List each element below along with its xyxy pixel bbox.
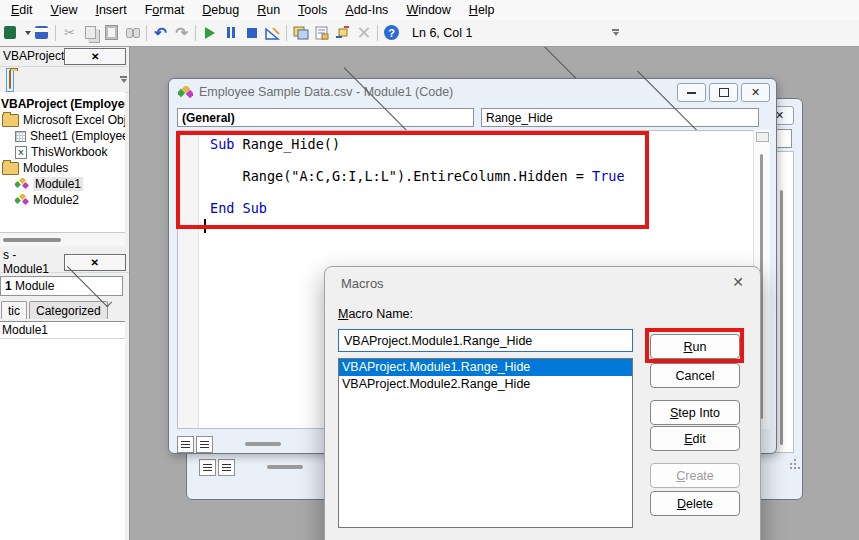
restore-icon (719, 88, 729, 97)
folder-icon (9, 70, 11, 89)
properties-panel-titlebar: s - Module1 ✕ (0, 252, 129, 273)
tree-item-module1[interactable]: Module1 (15, 176, 83, 192)
paste-button[interactable] (101, 22, 122, 43)
properties-window-button[interactable] (311, 22, 332, 43)
save-button[interactable] (31, 22, 52, 43)
cancel-button[interactable]: Cancel (650, 363, 740, 388)
scissors-icon: ✂ (64, 25, 75, 40)
run-sub-button[interactable] (199, 22, 220, 43)
code-text: Sub Range_Hide() Range("A:C,G:I,L:L").En… (210, 136, 625, 216)
edit-button[interactable]: Edit (650, 426, 740, 451)
macro-name-label: Macro Name: (338, 307, 413, 321)
project-panel-close-button[interactable]: ✕ (64, 48, 126, 65)
scrollbar-thumb[interactable] (245, 442, 281, 446)
project-tree-hscrollbar[interactable] (0, 233, 125, 246)
menu-format[interactable]: Format (136, 1, 194, 19)
text-cursor (204, 219, 206, 233)
find-button[interactable] (122, 22, 143, 43)
module-icon (15, 178, 29, 190)
run-button[interactable]: Run (650, 334, 740, 359)
scrollbar-button[interactable] (756, 132, 769, 142)
tree-item-module2[interactable]: Module2 (15, 192, 79, 208)
toolbar-separator (377, 25, 378, 41)
create-button[interactable]: Create (650, 463, 740, 488)
chevron-down-icon (121, 79, 127, 83)
macros-dialog[interactable]: Macros ✕ Macro Name: VBAProject.Module1.… (324, 266, 761, 540)
module-icon (15, 194, 29, 206)
menu-insert[interactable]: Insert (86, 1, 135, 19)
vba-editor-screen: { "menu_bar": { "items": [ {"pre":"","u"… (0, 0, 859, 540)
help-icon: ? (384, 25, 399, 40)
toolbox-icon (357, 26, 370, 39)
properties-object-dropdown[interactable]: 1 Module (0, 276, 123, 296)
project-explorer-icon (293, 26, 309, 40)
macro-list-item[interactable]: VBAProject.Module2.Range_Hide (339, 376, 632, 393)
break-button[interactable] (220, 22, 241, 43)
scrollbar-thumb[interactable] (780, 190, 783, 445)
binoculars-icon (126, 28, 140, 37)
tree-item-excel-objects[interactable]: Microsoft Excel Objects (2, 112, 125, 128)
project-panel-title: VBAProject (3, 49, 64, 63)
line-col-indicator: Ln 6, Col 1 (412, 26, 472, 40)
procedure-view-button[interactable] (177, 436, 194, 453)
property-row-name[interactable]: Module1 (0, 322, 125, 339)
minimize-window-button[interactable] (677, 83, 706, 102)
resize-grip[interactable] (790, 463, 792, 465)
full-module-view-button[interactable] (196, 436, 213, 453)
tab-categorized[interactable]: Categorized (29, 301, 108, 319)
toolbar-options-icon (613, 32, 619, 36)
menu-add-ins[interactable]: Add-Ins (336, 1, 397, 19)
reset-button[interactable] (241, 22, 262, 43)
toggle-folders-button[interactable] (6, 68, 14, 92)
delete-button[interactable]: Delete (650, 491, 740, 516)
project-toolbar-options-button[interactable] (120, 76, 127, 83)
macro-list-item-selected[interactable]: VBAProject.Module1.Range_Hide (339, 359, 632, 376)
restore-window-button[interactable] (709, 83, 738, 102)
procedure-dropdown[interactable]: Range_Hide (481, 108, 759, 127)
scrollbar-thumb[interactable] (267, 465, 303, 469)
menu-help[interactable]: Help (460, 1, 504, 19)
object-browser-button[interactable] (332, 22, 353, 43)
paste-icon (105, 25, 118, 40)
project-tree: VBAProject (Employee S Microsoft Excel O… (0, 92, 125, 233)
procedure-view-button[interactable] (199, 459, 216, 476)
object-browser-icon (335, 26, 350, 39)
tree-item-thisworkbook[interactable]: XThisWorkbook (15, 144, 107, 160)
design-mode-button[interactable] (262, 22, 283, 43)
project-panel-titlebar: VBAProject ✕ (0, 46, 129, 67)
help-button[interactable]: ? (381, 22, 402, 43)
menu-edit[interactable]: Edit (2, 1, 42, 19)
dialog-title: Macros (341, 276, 384, 291)
background-window-bottom-bar (199, 455, 303, 479)
object-dropdown[interactable]: (General) (177, 108, 474, 127)
properties-panel: s - Module1 ✕ 1 Module tic Categorized M… (0, 252, 130, 540)
tab-alphabetic[interactable]: tic (1, 301, 27, 319)
properties-grid: Module1 (0, 321, 125, 540)
view-excel-button[interactable] (2, 22, 23, 43)
project-explorer-button[interactable] (290, 22, 311, 43)
tree-item-sheet1[interactable]: Sheet1 (Employee S (15, 128, 125, 144)
tree-item-modules[interactable]: Modules (2, 160, 68, 176)
tree-item-vbaproject-root[interactable]: VBAProject (Employee S (1, 96, 125, 112)
run-icon (205, 27, 215, 39)
module-icon (178, 86, 193, 99)
dialog-close-button[interactable]: ✕ (732, 274, 744, 290)
toolbox-button[interactable] (353, 22, 374, 43)
close-window-button[interactable]: ✕ (741, 83, 770, 102)
full-module-view-button[interactable] (218, 459, 235, 476)
workbook-icon: X (15, 146, 27, 159)
redo-button[interactable]: ↷ (171, 22, 192, 43)
cut-button[interactable]: ✂ (59, 22, 80, 43)
undo-button[interactable]: ↶ (150, 22, 171, 43)
menu-window[interactable]: Window (397, 1, 459, 19)
copy-button[interactable] (80, 22, 101, 43)
menu-tools[interactable]: Tools (289, 1, 336, 19)
pause-icon (227, 27, 235, 38)
toolbar-options-button[interactable] (612, 29, 619, 36)
macro-name-input[interactable] (338, 329, 633, 352)
step-into-button[interactable]: Step Into (650, 400, 740, 425)
menu-debug[interactable]: Debug (193, 1, 248, 19)
scrollbar-thumb[interactable] (3, 238, 61, 242)
menu-view[interactable]: View (42, 1, 87, 19)
menu-run[interactable]: Run (248, 1, 289, 19)
